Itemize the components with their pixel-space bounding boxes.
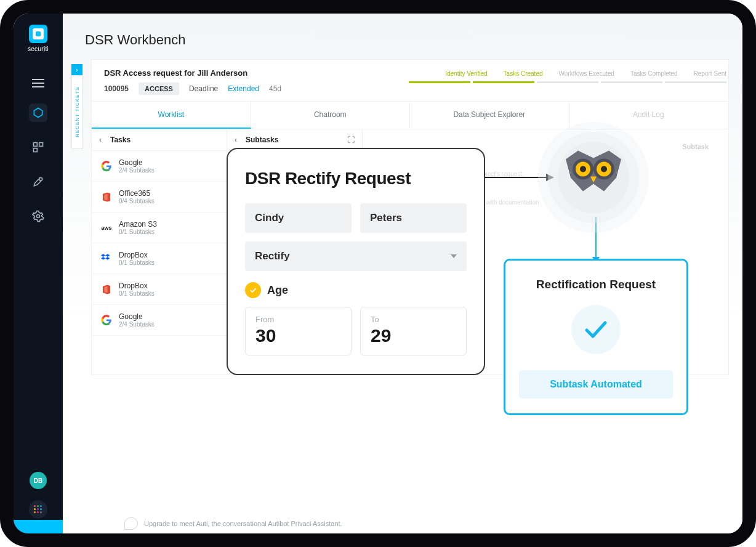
user-avatar[interactable]: DB — [30, 472, 47, 489]
stage: Report Sent — [694, 70, 726, 77]
action-select[interactable]: Rectify — [245, 241, 467, 271]
task-name: Office365 — [119, 189, 155, 198]
nav-item-settings[interactable] — [29, 207, 47, 225]
menu-toggle-icon[interactable] — [32, 79, 44, 87]
task-row[interactable]: Google2/4 Subtasks — [92, 305, 227, 336]
recent-tickets-tab[interactable]: RECENT TICKETS — [71, 75, 82, 149]
tab-chatroom[interactable]: Chatroom — [251, 102, 411, 129]
tasks-back-icon[interactable]: ‹ — [99, 136, 102, 144]
svg-rect-3 — [34, 148, 38, 152]
task-row[interactable]: DropBox0/1 Subtasks — [92, 274, 227, 305]
tab-worklist[interactable]: Worklist — [92, 102, 251, 129]
task-subcount: 0/1 Subtasks — [119, 290, 155, 297]
first-name-field[interactable]: Cindy — [245, 203, 352, 233]
tasks-panel: ‹Tasks Google2/4 SubtasksOffice3650/4 Su… — [92, 129, 227, 375]
nav-item-1[interactable] — [29, 103, 47, 122]
nav-item-2[interactable] — [29, 138, 47, 156]
request-id: 100095 — [104, 84, 129, 93]
deadline-label: Deadline — [189, 84, 218, 93]
main-content: DSR Workbench › RECENT TICKETS DSR Acces… — [63, 14, 742, 533]
task-row[interactable]: awsAmazon S30/1 Subtasks — [92, 213, 227, 243]
workflow-stages: Identity Verified Tasks Created Workflow… — [445, 70, 726, 77]
svg-rect-2 — [39, 143, 43, 147]
subtasks-header: Subtasks — [246, 136, 278, 144]
task-subcount: 0/4 Subtasks — [119, 198, 155, 205]
task-app-icon — [100, 253, 113, 265]
svg-point-5 — [37, 215, 40, 218]
svg-rect-1 — [34, 143, 38, 147]
rectify-modal: DSR Rectify Request Cindy Peters Rectify… — [227, 148, 485, 375]
task-app-icon — [100, 160, 113, 172]
task-name: Google — [119, 158, 155, 167]
sidebar: securiti DB — [14, 14, 63, 533]
from-box[interactable]: From 30 — [245, 307, 352, 355]
check-badge-icon — [245, 282, 261, 298]
task-subcount: 0/1 Subtasks — [119, 259, 155, 266]
deadline-extended[interactable]: Extended — [228, 84, 259, 93]
task-app-icon — [100, 283, 113, 296]
task-subcount: 2/4 Subtasks — [119, 321, 155, 328]
assistant-owl-icon — [538, 122, 649, 233]
task-row[interactable]: Google2/4 Subtasks — [92, 151, 227, 182]
brand-logo: securiti — [21, 21, 55, 55]
task-name: DropBox — [119, 282, 155, 290]
deadline-days: 45d — [269, 84, 281, 93]
modal-title: DSR Rectify Request — [245, 169, 467, 188]
task-name: Amazon S3 — [119, 220, 157, 229]
task-name: Google — [119, 312, 155, 321]
subtask-automated-button[interactable]: Subtask Automated — [519, 370, 673, 399]
apps-menu-icon[interactable] — [29, 500, 47, 519]
result-title: Rectification Request — [519, 278, 673, 291]
task-app-icon — [100, 191, 113, 203]
request-type-badge: ACCESS — [139, 83, 179, 95]
stage: Identity Verified — [445, 70, 487, 77]
stage: Tasks Created — [504, 70, 543, 77]
chat-bubble-icon — [124, 517, 138, 530]
upgrade-banner[interactable]: Upgrade to meet Auti, the conversational… — [124, 517, 342, 530]
svg-point-10 — [580, 166, 586, 172]
svg-point-4 — [39, 177, 42, 180]
svg-marker-0 — [34, 108, 42, 118]
tasks-header: Tasks — [110, 136, 131, 144]
task-name: DropBox — [119, 251, 155, 259]
recent-tickets-toggle[interactable]: › — [71, 64, 82, 75]
stage: Tasks Completed — [630, 70, 678, 77]
task-subcount: 2/4 Subtasks — [119, 167, 155, 174]
svg-point-11 — [601, 166, 607, 172]
task-app-icon — [100, 314, 113, 326]
last-name-field[interactable]: Peters — [360, 203, 467, 233]
page-title: DSR Workbench — [85, 32, 729, 48]
to-box[interactable]: To 29 — [360, 307, 467, 355]
attribute-label: Age — [267, 284, 288, 297]
task-row[interactable]: DropBox0/1 Subtasks — [92, 243, 227, 274]
task-app-icon: aws — [100, 222, 113, 234]
stage: Workflows Executed — [559, 70, 614, 77]
subtasks-back-icon[interactable]: ‹ — [235, 136, 237, 144]
task-subcount: 0/1 Subtasks — [119, 229, 157, 235]
success-check-icon — [571, 305, 621, 354]
task-row[interactable]: Office3650/4 Subtasks — [92, 182, 227, 213]
expand-icon[interactable]: ⛶ — [347, 136, 355, 144]
result-card: Rectification Request Subtask Automated — [504, 259, 688, 415]
nav-item-tools[interactable] — [29, 172, 47, 191]
